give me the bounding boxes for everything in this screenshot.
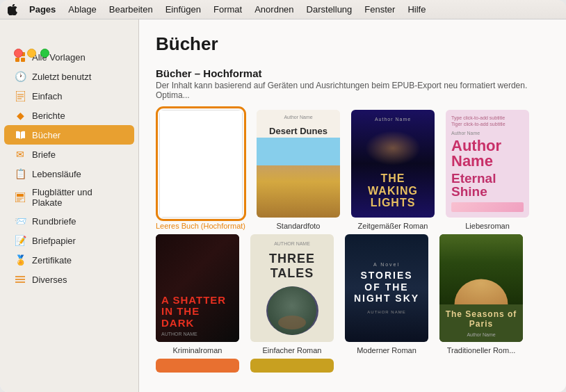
seasons-flower bbox=[448, 262, 515, 304]
love-tagline2: Tiger click-to-add subtitle bbox=[451, 122, 506, 126]
template-row-2: A SHATTER IN THE DARK AUTHOR NAME Krimin… bbox=[156, 234, 549, 354]
clipboard-icon: 📋 bbox=[14, 168, 26, 180]
sidebar-item-einfach[interactable]: Einfach bbox=[4, 86, 134, 106]
template-thumb-night: A Novel STORIES OF THE NIGHT SKY AUTHOR … bbox=[345, 234, 428, 342]
close-button[interactable] bbox=[14, 49, 23, 58]
waking-author: Author Name bbox=[375, 117, 411, 122]
menubar-fenster[interactable]: Fenster bbox=[359, 3, 401, 16]
sidebar-item-briefpapier[interactable]: 📝 Briefpapier bbox=[4, 231, 134, 250]
template-liebesroman[interactable]: Type‏ click-to-add subtitle Tiger click-… bbox=[446, 110, 529, 230]
svg-rect-9 bbox=[17, 194, 24, 197]
template-thumb-shatter: A SHATTER IN THE DARK AUTHOR NAME bbox=[156, 234, 239, 342]
sidebar-item-buecher[interactable]: Bücher bbox=[4, 125, 134, 145]
template-row3-1[interactable] bbox=[156, 359, 239, 377]
template-moderner[interactable]: A Novel STORIES OF THE NIGHT SKY AUTHOR … bbox=[345, 234, 428, 354]
sidebar-item-label: Berichte bbox=[32, 111, 65, 121]
template-traditioneller[interactable]: The Seasons of Paris Author Name Traditi… bbox=[439, 234, 523, 354]
three-author: AUTHOR NAME bbox=[274, 241, 310, 246]
sidebar-item-flugblatter[interactable]: Flugblätter und Plakate bbox=[4, 183, 134, 211]
app-window: Alle Vorlagen 🕐 Zuletzt benutzt Einfach … bbox=[0, 19, 566, 392]
shatter-cover: A SHATTER IN THE DARK AUTHOR NAME bbox=[156, 234, 239, 342]
love-image bbox=[451, 202, 524, 212]
menubar-einfuegen[interactable]: Einfügen bbox=[160, 3, 207, 16]
template-row-3 bbox=[156, 359, 549, 377]
template-label-einfacher: Einfacher Roman bbox=[263, 346, 322, 354]
waking-cover: Author Name THE WAKING LIGHTS bbox=[351, 110, 435, 218]
apple-menu[interactable] bbox=[6, 3, 19, 17]
love-cover: Type‏ click-to-add subtitle Tiger click-… bbox=[446, 110, 529, 218]
template-leeres-buch[interactable]: Leeres Buch (Hochformat) bbox=[156, 110, 245, 230]
seasons-cover: The Seasons of Paris Author Name bbox=[439, 234, 523, 342]
seasons-text: The Seasons of Paris Author Name bbox=[439, 304, 523, 342]
night-label: A Novel bbox=[373, 262, 400, 267]
three-title: THREE TALES bbox=[256, 252, 328, 281]
template-label-traditioneller: Traditioneller Rom... bbox=[447, 346, 516, 354]
sidebar-item-briefe[interactable]: ✉ Briefe bbox=[4, 145, 134, 164]
template-label-zeitgemaesser: Zeitgemäßer Roman bbox=[358, 222, 428, 230]
waking-glow bbox=[365, 131, 421, 165]
section-title: Bücher – Hochformat bbox=[156, 67, 549, 79]
desert-author: Author Name bbox=[257, 110, 340, 124]
menubar: Pages Ablage Bearbeiten Einfügen Format … bbox=[0, 0, 566, 19]
template-label-standardfoto: Standardfoto bbox=[277, 222, 321, 230]
menubar-bearbeiten[interactable]: Bearbeiten bbox=[104, 3, 159, 16]
menubar-anordnen[interactable]: Anordnen bbox=[249, 3, 299, 16]
template-row3-2[interactable] bbox=[250, 359, 334, 377]
sidebar-item-diverses[interactable]: Diverses bbox=[4, 270, 134, 289]
template-zeitgemaesser[interactable]: Author Name THE WAKING LIGHTS Zeitgemäße… bbox=[351, 110, 435, 230]
menubar-pages[interactable]: Pages bbox=[24, 3, 61, 16]
template-thumb-seasons: The Seasons of Paris Author Name bbox=[439, 234, 523, 342]
sidebar: Alle Vorlagen 🕐 Zuletzt benutzt Einfach … bbox=[0, 19, 139, 392]
night-author: AUTHOR NAME bbox=[367, 310, 405, 314]
shatter-title: A SHATTER IN THE DARK bbox=[161, 295, 234, 329]
clock-icon: 🕐 bbox=[14, 70, 26, 83]
envelope-icon: ✉ bbox=[14, 148, 26, 161]
template-thumb-three: AUTHOR NAME THREE TALES bbox=[250, 234, 334, 342]
diamond-icon: ◆ bbox=[14, 109, 26, 122]
doc-icon bbox=[14, 90, 26, 102]
love-author: Author Name bbox=[451, 131, 480, 136]
love-tagline: Type‏ click-to-add subtitle bbox=[451, 115, 505, 120]
section-desc: Der Inhalt kann basierend auf Geräten un… bbox=[156, 81, 549, 100]
template-einfacher[interactable]: AUTHOR NAME THREE TALES Einfacher Roman bbox=[250, 234, 334, 354]
minimize-button[interactable] bbox=[27, 49, 36, 58]
list-icon bbox=[14, 273, 26, 286]
menubar-darstellung[interactable]: Darstellung bbox=[301, 3, 358, 16]
note-icon: 📝 bbox=[14, 234, 26, 247]
template-label-liebesroman: Liebesroman bbox=[465, 222, 510, 230]
template-label-moderner: Moderner Roman bbox=[357, 346, 417, 354]
template-thumb-row3-2 bbox=[250, 359, 334, 373]
shatter-author: AUTHOR NAME bbox=[161, 332, 197, 336]
book-icon bbox=[14, 129, 26, 141]
sidebar-item-label: Zuletzt benutzt bbox=[32, 72, 91, 82]
love-title-eternal: Author Name bbox=[451, 138, 524, 169]
love-title-shine: Eternal Shine bbox=[451, 172, 524, 198]
three-image bbox=[266, 286, 318, 335]
sidebar-item-zertifikate[interactable]: 🏅 Zertifikate bbox=[4, 250, 134, 270]
menubar-ablage[interactable]: Ablage bbox=[63, 3, 102, 16]
sidebar-item-label: Briefe bbox=[32, 149, 56, 160]
seasons-title: The Seasons of Paris bbox=[445, 309, 517, 329]
sidebar-item-zuletzt[interactable]: 🕐 Zuletzt benutzt bbox=[4, 67, 134, 86]
menubar-hilfe[interactable]: Hilfe bbox=[402, 3, 431, 16]
partial-bar-2 bbox=[250, 359, 334, 373]
sidebar-item-label: Zertifikate bbox=[32, 255, 72, 266]
template-thumb-empty bbox=[159, 110, 243, 218]
template-thumb-desert: Author Name Desert Dunes bbox=[257, 110, 340, 218]
three-nest-base bbox=[278, 316, 306, 329]
template-row-1: Leeres Buch (Hochformat) Author Name Des… bbox=[156, 110, 549, 230]
sidebar-item-label: Bücher bbox=[32, 130, 60, 140]
menubar-format[interactable]: Format bbox=[208, 3, 248, 16]
template-thumb-row3-1 bbox=[156, 359, 239, 373]
maximize-button[interactable] bbox=[40, 49, 49, 58]
content-area: Bücher Bücher – Hochformat Der Inhalt ka… bbox=[139, 19, 566, 392]
waking-title: THE WAKING LIGHTS bbox=[357, 172, 429, 209]
night-title: STORIES OF THE NIGHT SKY bbox=[350, 270, 423, 304]
sidebar-item-rundbriefe[interactable]: 📨 Rundbriefe bbox=[4, 211, 134, 231]
sidebar-item-lebenslaufe[interactable]: 📋 Lebensläufe bbox=[4, 164, 134, 183]
sidebar-item-label: Flugblätter und Plakate bbox=[32, 187, 124, 208]
template-label-kriminalroman: Kriminalroman bbox=[173, 346, 223, 354]
sidebar-item-berichte[interactable]: ◆ Berichte bbox=[4, 106, 134, 125]
template-kriminalroman[interactable]: A SHATTER IN THE DARK AUTHOR NAME Krimin… bbox=[156, 234, 239, 354]
template-standardfoto[interactable]: Author Name Desert Dunes Standardfoto bbox=[257, 110, 340, 230]
